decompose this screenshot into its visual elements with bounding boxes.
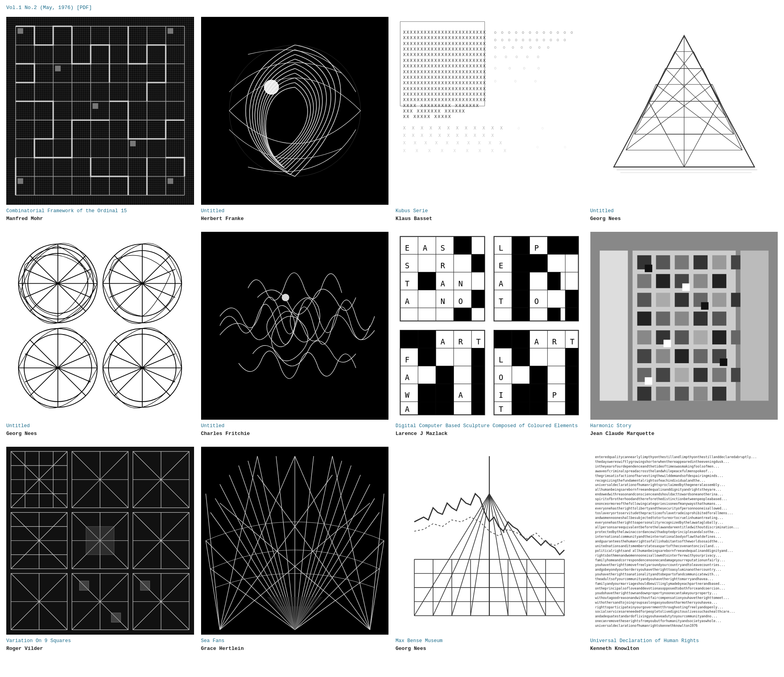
- artwork-artist-kubus: Klaus Basset: [396, 215, 583, 222]
- svg-rect-167: [454, 308, 471, 321]
- svg-text:O: O: [534, 297, 539, 306]
- svg-rect-26: [18, 178, 23, 184]
- svg-rect-301: [663, 340, 671, 347]
- svg-rect-269: [712, 293, 726, 307]
- artwork-image-kubus: XXXXXXXXXXXXXXXXXXXXXXXX XXXXXXXXXXXXXXX…: [396, 17, 583, 205]
- svg-rect-192: [548, 308, 561, 321]
- svg-rect-270: [731, 293, 740, 307]
- artwork-image-digital-sculpture: E A S E S R T E A N A N O N: [396, 232, 583, 420]
- artwork-artist-maxbense: Georg Nees: [396, 645, 583, 652]
- svg-text:endowedwithreasonandconscience: endowedwithreasonandconscienceandshoulda…: [595, 493, 723, 497]
- svg-text:W: W: [405, 391, 410, 400]
- svg-rect-257: [693, 255, 708, 269]
- volume-label: Vol.1 No.2 (May, 1976): [6, 5, 74, 11]
- svg-text:A: A: [499, 279, 503, 288]
- svg-rect-244: [512, 384, 530, 402]
- artwork-title-kubus: Kubus Serie: [396, 208, 583, 215]
- svg-text:youhavetherighttoanationalitya: youhavetherighttoanationalityandtobepart…: [595, 572, 719, 576]
- svg-rect-163: [454, 237, 471, 254]
- artwork-kubus: XXXXXXXXXXXXXXXXXXXXXXXX XXXXXXXXXXXXXXX…: [396, 17, 583, 222]
- svg-rect-191: [512, 308, 530, 321]
- svg-text:XXX    XXXXXXX    XXXXXX: XXX XXXXXXX XXXXXX: [403, 109, 466, 114]
- svg-rect-275: [712, 312, 726, 326]
- svg-rect-359: [140, 581, 150, 591]
- svg-rect-284: [675, 349, 689, 363]
- svg-rect-303: [644, 377, 652, 385]
- artwork-artist-untitled-franke: Herbert Franke: [201, 215, 389, 222]
- svg-rect-293: [637, 387, 651, 401]
- svg-rect-273: [675, 312, 689, 326]
- artwork-image-variation: [6, 447, 194, 635]
- svg-text:socialservicesareneededforpeop: socialservicesareneededforpeopletolivedi…: [595, 610, 735, 614]
- gallery: Combinatorial Framework of the Ordinal 1…: [6, 17, 778, 653]
- svg-text:withothersandtojoingroupsaslon: withothersandtojoingroupsaslongasyoudono…: [595, 601, 717, 604]
- svg-rect-290: [693, 368, 708, 382]
- svg-text:o o o o o o o o o o o o: o o o o o o o o o o o o: [494, 30, 574, 35]
- svg-rect-299: [682, 284, 690, 291]
- svg-text:protectedbythelawinaccordancew: protectedbythelawinaccordancewithadopted…: [595, 530, 719, 534]
- svg-rect-219: [418, 402, 436, 415]
- svg-text:XXXXXXXXXXXXXXXXXXXXXXXX: XXXXXXXXXXXXXXXXXXXXXXXX: [403, 92, 486, 97]
- svg-rect-255: [656, 255, 670, 269]
- svg-text:S: S: [405, 261, 410, 270]
- svg-text:R: R: [552, 337, 557, 346]
- svg-text:L: L: [499, 244, 503, 253]
- svg-rect-283: [656, 349, 670, 363]
- svg-rect-247: [512, 402, 530, 415]
- artwork-artist-digital-sculpture: Larence J Mazlack: [396, 430, 583, 437]
- svg-rect-256: [675, 255, 689, 269]
- svg-rect-259: [731, 255, 740, 269]
- svg-text:A: A: [441, 337, 445, 346]
- svg-text:O: O: [499, 373, 503, 382]
- artwork-title-untitled-franke: Untitled: [201, 208, 389, 215]
- svg-text:familyandyourmarriageshouldbew: familyandyourmarriageshouldbewillinglyma…: [595, 582, 725, 586]
- svg-text:universaldeclarationofhumanrig: universaldeclarationofhumanrightsproclai…: [595, 483, 725, 487]
- svg-rect-243: [565, 366, 578, 384]
- artwork-title-untitled-nees: Untitled: [590, 208, 778, 215]
- svg-rect-23: [93, 103, 98, 109]
- svg-rect-24: [130, 141, 136, 146]
- svg-text:o o o o o o o o o o o: o o o o o o o o o o o: [494, 37, 567, 42]
- header-link[interactable]: Vol.1 No.2 (May, 1976) [PDF]: [6, 5, 92, 11]
- svg-rect-292: [731, 368, 740, 382]
- svg-rect-354: [111, 613, 121, 622]
- svg-text:rightsbothmenandwomennooneisal: rightsbothmenandwomennooneisallowedtoint…: [595, 553, 721, 557]
- svg-rect-165: [418, 272, 436, 290]
- svg-text:o  o  o  o  o  o  o: o o o o o o o: [494, 45, 551, 50]
- artwork-combinatorial: Combinatorial Framework of the Ordinal 1…: [6, 17, 194, 222]
- artwork-title-combinatorial: Combinatorial Framework of the Ordinal 1…: [6, 208, 194, 215]
- artwork-untitled-franke: Untitled Herbert Franke: [201, 17, 389, 222]
- svg-text:andadequatestandardoflivingyou: andadequatestandardoflivingyouhaveadutyt…: [595, 615, 717, 619]
- svg-text:XXXXXXXXXXXXXXXXXXXXXXXX: XXXXXXXXXXXXXXXXXXXXXXXX: [403, 86, 486, 91]
- svg-rect-251: [599, 251, 628, 401]
- svg-text:withoutagoodreasonandwithoutfa: withoutagoodreasonandwithoutfaircompensa…: [595, 596, 729, 600]
- artwork-seafans: Sea Fans Grace Hertlein: [201, 447, 389, 652]
- svg-text:righttoparticipateinyourgovern: righttoparticipateinyourgovernmentthroug…: [595, 605, 723, 609]
- svg-text:A: A: [458, 391, 463, 400]
- svg-rect-25: [168, 28, 173, 34]
- svg-text:recognizingthefundamentalright: recognizingthefundamentalrightsofeachind…: [595, 479, 705, 482]
- artwork-title-untitled-nees2: Untitled: [6, 423, 194, 430]
- svg-text:A: A: [405, 373, 410, 382]
- svg-text:intheyearofourdependenceandthe: intheyearofourdependenceandthetideoftime…: [595, 464, 719, 468]
- svg-rect-260: [637, 274, 651, 288]
- artwork-artist-harmonic: Jean Claude Marquette: [590, 430, 778, 437]
- artwork-title-maxbense: Max Bense Museum: [396, 638, 583, 645]
- artwork-untitled-fritchie: Untitled Charles Fritchie: [201, 232, 389, 437]
- svg-rect-278: [675, 330, 689, 344]
- svg-rect-212: [472, 348, 485, 366]
- artwork-variation: Variation On 9 Squares Roger Vilder: [6, 447, 194, 652]
- svg-text:XXXXXXXXXXXXXXXXXXXXXXXX: XXXXXXXXXXXXXXXXXXXXXXXX: [403, 52, 486, 57]
- svg-text:allpersonsareequivalentbeforet: allpersonsareequivalentbeforethelawandar…: [595, 526, 739, 530]
- svg-text:youdohavetherighttownandownpro: youdohavetherighttownandownpropertynoone…: [595, 591, 717, 595]
- svg-text:A: A: [441, 279, 445, 288]
- artwork-image-untitled-nees: [590, 17, 778, 205]
- svg-rect-297: [712, 387, 726, 401]
- svg-text:XXXXXXXXXXXXXXXXXXXXXXXX: XXXXXXXXXXXXXXXXXXXXXXXX: [403, 41, 486, 46]
- svg-rect-302: [720, 359, 727, 366]
- artwork-artist-untitled-fritchie: Charles Fritchie: [201, 430, 389, 437]
- svg-rect-164: [472, 255, 485, 272]
- svg-text:I: I: [499, 391, 503, 400]
- svg-rect-263: [693, 274, 708, 288]
- svg-text:everyonehastherighttolibertyan: everyonehastherighttolibertyandthesecuri…: [595, 507, 727, 511]
